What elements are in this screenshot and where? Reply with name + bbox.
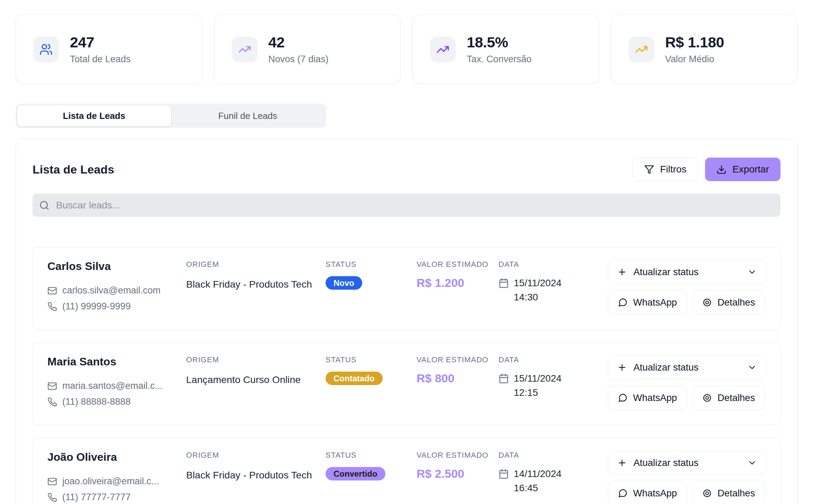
leads-list: Carlos Silva carlos.silva@email.com (11)…: [33, 247, 780, 504]
data-label: DATA: [499, 451, 605, 460]
lead-card: João Oliveira joao.oliveira@email.c... (…: [33, 438, 780, 504]
lead-status: STATUS Novo: [326, 260, 417, 317]
valor-label: VALOR ESTIMADO: [417, 260, 499, 269]
update-status-button[interactable]: Atualizar status: [608, 355, 766, 380]
lead-origem: ORIGEM Black Friday - Produtos Tech: [186, 260, 326, 317]
origem-label: ORIGEM: [186, 355, 326, 364]
lead-origem: ORIGEM Black Friday - Produtos Tech: [186, 451, 326, 504]
details-button[interactable]: Detalhes: [692, 385, 765, 410]
lead-phone: (11) 77777-7777: [62, 492, 131, 503]
stat-value: R$ 1.180: [665, 34, 724, 51]
calendar-icon: [499, 276, 509, 304]
stat-label: Tax. Conversão: [467, 54, 532, 65]
tab-lista-de-leads[interactable]: Lista de Leads: [17, 105, 171, 126]
stat-label: Valor Médio: [665, 54, 724, 65]
plus-icon: [617, 267, 627, 277]
phone-icon: [47, 397, 57, 407]
download-icon: [716, 165, 727, 175]
chevron-down-icon: [747, 267, 757, 277]
origem-value: Black Friday - Produtos Tech: [186, 467, 314, 483]
status-label: STATUS: [326, 260, 417, 269]
data-label: DATA: [499, 355, 605, 364]
origem-value: Lançamento Curso Online: [186, 372, 314, 388]
lead-status: STATUS Convertido: [326, 451, 417, 504]
lead-status: STATUS Contatado: [326, 355, 417, 412]
lead-valor: VALOR ESTIMADO R$ 1.200: [417, 260, 499, 317]
stat-value: 18.5%: [467, 34, 532, 51]
valor-value: R$ 1.200: [417, 276, 499, 290]
lead-phone: (11) 88888-8888: [62, 396, 131, 407]
leads-panel: Lista de Leads Filtros Exportar: [16, 139, 797, 504]
eye-icon: [702, 488, 712, 498]
chat-bubble-icon: [618, 298, 628, 307]
valor-value: R$ 2.500: [417, 467, 499, 480]
origem-label: ORIGEM: [186, 260, 326, 269]
lead-card: Maria Santos maria.santos@email.c... (11…: [33, 343, 780, 425]
stat-value: 247: [70, 34, 131, 51]
eye-icon: [702, 298, 712, 307]
stat-card-new-leads: 42 Novos (7 dias): [214, 15, 401, 84]
page: 247 Total de Leads 42 Novos (7 dias) 18.…: [0, 0, 813, 504]
trending-up-icon: [232, 37, 257, 62]
search-input[interactable]: [55, 199, 774, 211]
whatsapp-button[interactable]: WhatsApp: [608, 290, 687, 315]
data-label: DATA: [499, 260, 605, 269]
details-button[interactable]: Detalhes: [692, 481, 765, 504]
stat-label: Total de Leads: [70, 54, 131, 65]
plus-icon: [617, 458, 627, 468]
lead-email: maria.santos@email.c...: [62, 381, 163, 391]
whatsapp-button[interactable]: WhatsApp: [608, 481, 687, 504]
lead-name: João Oliveira: [47, 451, 186, 464]
mail-icon: [47, 477, 57, 486]
chat-bubble-icon: [618, 393, 628, 403]
mail-icon: [47, 381, 57, 391]
update-status-button[interactable]: Atualizar status: [608, 451, 766, 475]
calendar-icon: [499, 467, 509, 495]
stat-card-total-leads: 247 Total de Leads: [16, 15, 202, 84]
lead-date: 15/11/2024: [514, 276, 561, 290]
search-icon: [39, 200, 49, 211]
origem-label: ORIGEM: [186, 451, 326, 460]
chat-bubble-icon: [618, 488, 628, 498]
lead-data: DATA 14/11/2024 16:45: [499, 451, 605, 504]
lead-valor: VALOR ESTIMADO R$ 2.500: [417, 451, 499, 504]
lead-valor: VALOR ESTIMADO R$ 800: [417, 355, 499, 412]
phone-icon: [47, 302, 57, 311]
lead-email: joao.oliveira@email.c...: [62, 476, 159, 487]
panel-header: Lista de Leads Filtros Exportar: [33, 158, 780, 181]
lead-contact: João Oliveira joao.oliveira@email.c... (…: [47, 451, 186, 504]
status-badge: Convertido: [326, 467, 385, 480]
trending-up-icon: [629, 37, 654, 62]
lead-time: 14:30: [514, 290, 561, 305]
search-bar: [33, 194, 780, 217]
lead-data: DATA 15/11/2024 14:30: [499, 260, 605, 317]
stat-card-average-value: R$ 1.180 Valor Médio: [611, 15, 798, 84]
stat-value: 42: [268, 34, 329, 51]
lead-actions: Atualizar status WhatsApp Detalhes: [608, 451, 766, 504]
chevron-down-icon: [747, 363, 757, 372]
valor-label: VALOR ESTIMADO: [417, 355, 499, 364]
lead-date: 14/11/2024: [514, 467, 561, 481]
lead-origem: ORIGEM Lançamento Curso Online: [186, 355, 326, 412]
lead-email: carlos.silva@email.com: [62, 285, 161, 296]
lead-contact: Maria Santos maria.santos@email.c... (11…: [47, 355, 186, 412]
tab-funil-de-leads[interactable]: Funil de Leads: [171, 105, 325, 126]
details-button[interactable]: Detalhes: [692, 290, 765, 315]
lead-phone: (11) 99999-9999: [62, 301, 131, 312]
chevron-down-icon: [747, 458, 757, 468]
leads-tabs: Lista de Leads Funil de Leads: [16, 104, 326, 128]
trending-up-icon: [430, 37, 456, 62]
mail-icon: [47, 286, 57, 296]
export-button[interactable]: Exportar: [705, 158, 780, 181]
update-status-button[interactable]: Atualizar status: [608, 260, 766, 284]
status-badge: Novo: [326, 276, 362, 290]
stat-card-conversion-rate: 18.5% Tax. Conversão: [412, 15, 599, 84]
page-title: Lista de Leads: [33, 163, 114, 176]
lead-name: Maria Santos: [47, 355, 186, 368]
users-icon: [33, 37, 59, 62]
funnel-icon: [644, 165, 654, 175]
lead-actions: Atualizar status WhatsApp Detalhes: [608, 260, 766, 317]
filters-button[interactable]: Filtros: [632, 158, 698, 181]
status-badge: Contatado: [326, 372, 383, 385]
whatsapp-button[interactable]: WhatsApp: [608, 385, 687, 410]
